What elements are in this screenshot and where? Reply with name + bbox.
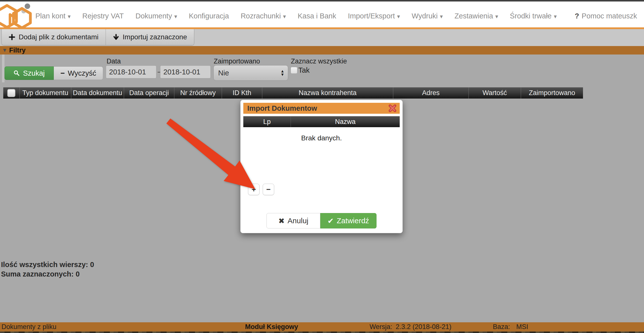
statusbar-db-label: Baza: xyxy=(493,322,510,332)
nav-item-import-eksport[interactable]: Import/Eksport xyxy=(348,12,400,20)
filters-title: Filtry xyxy=(9,46,26,54)
caret-down-icon xyxy=(68,12,71,20)
col-data-dokumentu[interactable]: Data dokumentu xyxy=(71,87,124,99)
dialog-title: Import Dokumentow xyxy=(247,104,388,112)
col-wartosc[interactable]: Wartość xyxy=(469,87,521,99)
add-file-button[interactable]: Dodaj plik z dokumentami xyxy=(2,29,106,45)
col-id-kth[interactable]: ID Kth xyxy=(222,87,262,99)
collapse-triangle-icon xyxy=(2,47,8,53)
import-documents-dialog: Import Dokumentow Lp Nazwa Brak danych. … xyxy=(240,100,403,233)
minus-icon: − xyxy=(60,69,65,77)
caret-down-icon xyxy=(397,12,400,20)
caret-down-icon xyxy=(440,12,443,20)
table-summary: Ilość wszystkich wierszy: 0 Suma zaznacz… xyxy=(1,260,94,279)
help-menu[interactable]: ? Pomoc mateuszk xyxy=(575,3,637,29)
clear-button[interactable]: − Wyczyść xyxy=(54,66,103,80)
arrow-down-icon xyxy=(113,34,119,40)
nav-item-rejestry-vat[interactable]: Rejestry VAT xyxy=(82,12,124,20)
caret-down-icon xyxy=(283,12,286,20)
date-label: Data xyxy=(106,57,121,65)
cancel-button[interactable]: Anuluj xyxy=(266,213,320,229)
confirm-button[interactable]: Zatwierdź xyxy=(320,213,376,229)
date-to-input[interactable] xyxy=(160,65,211,78)
toolbar-button-group: Dodaj plik z dokumentami Importuj zaznac… xyxy=(2,29,194,45)
statusbar-page-name: Dokumenty z pliku xyxy=(2,322,56,332)
nav-item-dokumenty[interactable]: Dokumenty xyxy=(136,12,177,20)
nav-item-wydruki[interactable]: Wydruki xyxy=(412,12,443,20)
caret-down-icon xyxy=(554,12,557,20)
main-navbar: Plan kont Rejestry VAT Dokumenty Konfigu… xyxy=(0,1,644,27)
statusbar-db-value: MSI xyxy=(516,322,528,332)
col-data-operacji[interactable]: Data operacji xyxy=(124,87,174,99)
imported-label: Zaimportowano xyxy=(214,57,260,65)
nav-menu: Plan kont Rejestry VAT Dokumenty Konfigu… xyxy=(35,3,557,29)
statusbar-version-value: 2.3.2 (2018-08-21) xyxy=(396,322,452,332)
col-nazwa-kontrahenta[interactable]: Nazwa kontrahenta xyxy=(262,87,393,99)
nav-item-konfiguracja[interactable]: Konfiguracja xyxy=(189,12,229,20)
caret-down-icon xyxy=(174,12,177,20)
documents-table-header: Typ dokumentu Data dokumentu Data operac… xyxy=(3,87,583,99)
plus-icon xyxy=(9,34,15,40)
remove-row-button[interactable]: − xyxy=(263,184,274,195)
app-logo-icon xyxy=(0,3,32,29)
header-checkbox[interactable] xyxy=(7,89,16,97)
add-row-button[interactable]: + xyxy=(248,184,260,195)
col-zaimportowano[interactable]: Zaimportowano xyxy=(521,87,583,99)
col-adres[interactable]: Adres xyxy=(393,87,469,99)
imported-select[interactable]: Nie ▲▼ xyxy=(214,65,288,81)
statusbar-module-name: Moduł Księgowy xyxy=(245,322,298,332)
nav-item-zestawienia[interactable]: Zestawienia xyxy=(454,12,498,20)
help-label: Pomoc mateuszk xyxy=(582,12,637,20)
date-from-input[interactable] xyxy=(106,65,156,78)
nav-item-kasa-i-bank[interactable]: Kasa i Bank xyxy=(298,12,336,20)
dialog-footer: Anuluj Zatwierdź xyxy=(240,213,402,229)
status-bar: Dokumenty z pliku Moduł Księgowy Wersja:… xyxy=(0,322,644,332)
statusbar-version-label: Wersja: xyxy=(370,322,392,332)
nav-item-srodki-trwale[interactable]: Środki trwałe xyxy=(510,12,556,20)
help-icon: ? xyxy=(575,12,579,20)
dialog-table-header: Lp Nazwa xyxy=(243,116,400,127)
search-button-group: Szukaj − Wyczyść xyxy=(4,66,103,80)
import-selected-button[interactable]: Importuj zaznaczone xyxy=(106,29,194,45)
select-all-option-label: Tak xyxy=(298,66,310,74)
filter-panel-edge xyxy=(2,54,4,82)
row-edit-buttons: + − xyxy=(248,184,274,195)
imported-select-value: Nie xyxy=(218,69,280,77)
col-typ-dokumentu[interactable]: Typ dokumentu xyxy=(20,87,71,99)
dialog-titlebar: Import Dokumentow xyxy=(243,103,400,114)
selected-sum-text: Suma zaznaczonych: 0 xyxy=(1,269,94,279)
caret-down-icon xyxy=(495,12,498,20)
total-rows-text: Ilość wszystkich wierszy: 0 xyxy=(1,260,94,269)
select-all-checkbox[interactable] xyxy=(290,67,297,74)
nav-item-rozrachunki[interactable]: Rozrachunki xyxy=(240,12,286,20)
search-icon xyxy=(14,70,20,76)
accent-divider xyxy=(0,27,644,29)
dialog-col-lp: Lp xyxy=(243,116,291,127)
nav-item-plan-kont[interactable]: Plan kont xyxy=(35,12,70,20)
confirm-check-icon xyxy=(328,217,334,225)
dialog-col-nazwa: Nazwa xyxy=(291,116,400,127)
filters-collapse-bar[interactable]: Filtry xyxy=(0,46,644,54)
select-all-label: Zaznacz wszystkie xyxy=(291,57,347,65)
header-select-cell xyxy=(3,87,20,99)
col-nr-zrodlowy[interactable]: Nr źródłowy xyxy=(174,87,222,99)
empty-data-text: Brak danych. xyxy=(243,134,400,142)
select-stepper-icon: ▲▼ xyxy=(280,69,284,76)
close-icon[interactable] xyxy=(388,104,397,112)
cancel-x-icon xyxy=(278,217,285,225)
select-all-row: Tak xyxy=(290,66,310,74)
desktop-wallpaper-sliver xyxy=(0,332,644,333)
search-button[interactable]: Szukaj xyxy=(4,66,54,80)
